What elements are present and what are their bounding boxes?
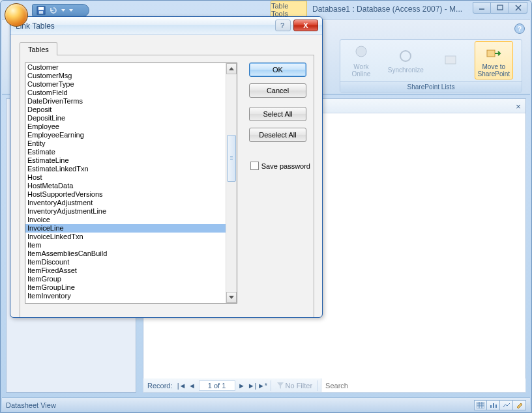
link-tables-dialog: Link Tables ? X Tables CustomerCustomerM…: [10, 16, 323, 318]
scroll-up-button[interactable]: [226, 63, 237, 74]
listbox-scrollbar[interactable]: [226, 63, 237, 303]
svg-rect-15: [490, 405, 492, 408]
list-item[interactable]: InventoryAdjustmentLine: [25, 207, 226, 216]
quick-access-toolbar: [32, 4, 89, 17]
record-label: Record:: [143, 382, 177, 390]
list-item[interactable]: ItemGroupLine: [25, 283, 226, 292]
no-filter-indicator[interactable]: No Filter: [274, 382, 316, 390]
undo-icon[interactable]: [48, 6, 57, 15]
cancel-button[interactable]: Cancel: [249, 83, 306, 98]
view-switcher: [474, 400, 526, 410]
work-online-button[interactable]: Work Online: [349, 42, 374, 79]
tables-tab[interactable]: Tables: [20, 42, 57, 55]
svg-rect-8: [445, 56, 456, 64]
work-online-icon: [351, 43, 371, 63]
list-item[interactable]: Entity: [25, 139, 226, 148]
scroll-down-button[interactable]: [226, 292, 237, 303]
scroll-thumb[interactable]: [227, 135, 236, 182]
view-mode-label: Datasheet View: [6, 401, 56, 409]
list-item[interactable]: Employee: [25, 122, 226, 131]
svg-text:?: ?: [280, 21, 284, 29]
list-item[interactable]: Item: [25, 241, 226, 249]
list-item[interactable]: EmployeeEarning: [25, 131, 226, 139]
list-item[interactable]: HostMetaData: [25, 182, 226, 190]
new-record-button[interactable]: ►*: [258, 380, 268, 391]
svg-rect-10: [477, 402, 484, 408]
save-icon[interactable]: [37, 6, 46, 15]
first-record-button[interactable]: |◄: [177, 380, 187, 391]
list-item[interactable]: InventoryAdjustment: [25, 199, 226, 207]
svg-point-7: [356, 46, 366, 57]
record-indicator[interactable]: 1 of 1: [199, 380, 235, 391]
synchronize-button[interactable]: Synchronize: [385, 45, 426, 75]
window-title: Database1 : Database (Access 2007) - M..…: [312, 5, 462, 14]
list-item[interactable]: EstimateLine: [25, 156, 226, 165]
office-button[interactable]: [5, 3, 28, 27]
ribbon-group-label: SharePoint Lists: [340, 81, 522, 92]
list-item[interactable]: InvoiceLine: [25, 224, 226, 233]
list-item[interactable]: Invoice: [25, 216, 226, 224]
ok-button[interactable]: OK: [249, 63, 306, 77]
ribbon-group-sharepoint: Work Online Synchronize Move to SharePoi…: [340, 39, 522, 93]
list-item[interactable]: ItemGroup: [25, 275, 226, 283]
synchronize-label: Synchronize: [388, 66, 424, 74]
chart-view-button[interactable]: [500, 400, 513, 410]
svg-rect-16: [493, 403, 494, 408]
list-item[interactable]: DateDrivenTerms: [25, 97, 226, 106]
list-item[interactable]: ItemInventory: [25, 292, 226, 300]
record-navigator: Record: |◄ ◄ 1 of 1 ► ►| ►* No Filter Se…: [143, 378, 526, 393]
contextual-tab-label: Table Tools: [271, 1, 307, 18]
svg-rect-1: [38, 7, 44, 10]
list-item[interactable]: Host: [25, 173, 226, 182]
dialog-help-button[interactable]: ?: [275, 20, 291, 31]
list-item[interactable]: CustomField: [25, 89, 226, 97]
synchronize-icon: [396, 46, 415, 66]
close-object-button[interactable]: ×: [514, 102, 523, 111]
list-item[interactable]: Customer: [25, 63, 226, 72]
work-online-label: Work Online: [351, 63, 370, 78]
next-record-button[interactable]: ►: [237, 380, 247, 391]
minimize-button[interactable]: [473, 2, 491, 14]
list-item[interactable]: HostSupportedVersions: [25, 190, 226, 199]
move-to-sharepoint-label: Move to SharePoint: [478, 63, 510, 78]
svg-rect-2: [39, 11, 43, 14]
close-button[interactable]: [509, 2, 527, 14]
list-item[interactable]: ItemFixedAsset: [25, 266, 226, 275]
dialog-close-button[interactable]: X: [293, 20, 318, 31]
svg-rect-9: [487, 50, 495, 57]
list-item[interactable]: InvoiceLinkedTxn: [25, 233, 226, 241]
qat-customize-icon[interactable]: [69, 9, 73, 12]
design-view-button[interactable]: [513, 400, 526, 410]
maximize-button[interactable]: [491, 2, 509, 14]
svg-rect-17: [495, 405, 497, 408]
last-record-button[interactable]: ►|: [247, 380, 258, 391]
deselect-all-button[interactable]: Deselect All: [249, 128, 306, 142]
list-item[interactable]: ItemAssembliesCanBuild: [25, 249, 226, 258]
list-item[interactable]: ItemDiscount: [25, 258, 226, 266]
list-item[interactable]: DepositLine: [25, 114, 226, 122]
move-to-sharepoint-button[interactable]: Move to SharePoint: [475, 41, 513, 79]
record-search-box[interactable]: Search: [321, 378, 525, 392]
sp-spacer: [438, 49, 463, 72]
list-item[interactable]: CustomerType: [25, 80, 226, 89]
pivot-view-button[interactable]: [487, 400, 500, 410]
list-item[interactable]: EstimateLinkedTxn: [25, 165, 226, 173]
window-controls: [473, 2, 527, 14]
sp-spacer-icon: [441, 50, 460, 70]
save-password-label: Save password: [261, 162, 310, 170]
select-all-button[interactable]: Select All: [249, 107, 306, 121]
qat-dropdown-icon[interactable]: [61, 9, 65, 12]
save-password-checkbox[interactable]: [250, 162, 259, 170]
dialog-title-bar[interactable]: Link Tables ? X: [10, 17, 322, 35]
help-button[interactable]: ?: [514, 23, 525, 34]
datasheet-view-button[interactable]: [474, 400, 487, 410]
move-to-sharepoint-icon: [484, 43, 503, 63]
list-item[interactable]: Deposit: [25, 106, 226, 114]
svg-rect-4: [497, 5, 503, 10]
list-item[interactable]: Estimate: [25, 148, 226, 156]
list-item[interactable]: CustomerMsg: [25, 72, 226, 80]
prev-record-button[interactable]: ◄: [187, 380, 198, 391]
status-bar: Datasheet View: [2, 397, 530, 412]
save-password-row[interactable]: Save password: [250, 162, 310, 170]
tables-listbox[interactable]: CustomerCustomerMsgCustomerTypeCustomFie…: [25, 63, 237, 304]
